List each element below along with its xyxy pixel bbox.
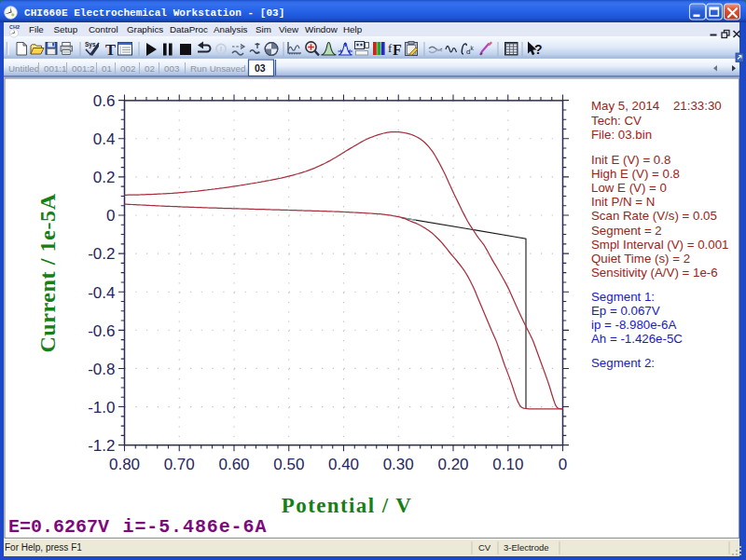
svg-text:Analysis: Analysis	[214, 24, 248, 34]
svg-text:03: 03	[255, 62, 266, 74]
svg-text:Smpl Interval (V) = 0.001: Smpl Interval (V) = 0.001	[591, 238, 728, 252]
svg-text:3-Electrode: 3-Electrode	[504, 542, 549, 553]
svg-text:Sensitivity (A/V) = 1e-6: Sensitivity (A/V) = 1e-6	[591, 266, 718, 280]
svg-text:0.4: 0.4	[93, 130, 116, 148]
svg-text:?: ?	[534, 42, 543, 57]
svg-text:-1.0: -1.0	[88, 399, 115, 417]
svg-text:-0.6: -0.6	[88, 322, 115, 340]
svg-text:Sys: Sys	[85, 41, 96, 48]
svg-text:T: T	[105, 41, 116, 59]
svg-text:0: 0	[559, 456, 567, 473]
svg-text:-0.2: -0.2	[88, 245, 115, 263]
svg-text:Graphics: Graphics	[127, 24, 163, 34]
svg-text:Untitled: Untitled	[8, 63, 39, 74]
svg-text:Run Unsaved: Run Unsaved	[190, 63, 245, 74]
svg-text:-0.8: -0.8	[88, 361, 115, 378]
svg-text:DataProc: DataProc	[170, 24, 208, 34]
svg-text:001:2: 001:2	[72, 63, 95, 74]
svg-text:May 5, 2014 21:33:30: May 5, 2014 21:33:30	[591, 99, 722, 113]
svg-text:0.20: 0.20	[437, 456, 468, 473]
svg-text:Window: Window	[305, 24, 338, 34]
svg-text:F: F	[393, 42, 402, 58]
svg-text:Init E (V) = 0.8: Init E (V) = 0.8	[591, 153, 670, 167]
svg-text:Low E (V) = 0: Low E (V) = 0	[591, 181, 667, 195]
svg-text:Help: Help	[343, 24, 363, 34]
svg-text:Segment 1:: Segment 1:	[591, 290, 655, 304]
svg-text:Ep = 0.067V: Ep = 0.067V	[591, 304, 660, 318]
svg-text:-1.2: -1.2	[88, 437, 115, 455]
svg-text:0.40: 0.40	[328, 456, 359, 473]
svg-text:0.80: 0.80	[109, 456, 140, 473]
svg-text:Control: Control	[89, 24, 118, 34]
svg-text:Segment = 2: Segment = 2	[591, 224, 662, 238]
svg-text:0: 0	[106, 207, 115, 225]
svg-text:Sim: Sim	[256, 24, 271, 34]
svg-text:Tech: CV: Tech: CV	[591, 114, 642, 128]
svg-text:0.10: 0.10	[492, 456, 523, 473]
svg-text:0.2: 0.2	[93, 169, 116, 186]
svg-text:Quiet Time (s) = 2: Quiet Time (s) = 2	[591, 252, 690, 266]
svg-text:Potential / V: Potential / V	[282, 494, 412, 517]
svg-text:002: 002	[120, 63, 135, 74]
svg-text:Ah = -1.426e-5C: Ah = -1.426e-5C	[591, 332, 683, 346]
svg-text:-0.4: -0.4	[88, 284, 115, 302]
svg-text:CHI660E Electrochemical Workst: CHI660E Electrochemical Workstation - [0…	[24, 7, 284, 19]
svg-text:For Help, press F1: For Help, press F1	[5, 542, 82, 553]
svg-text:CV: CV	[478, 542, 491, 553]
svg-text:High E (V) = 0.8: High E (V) = 0.8	[591, 167, 680, 181]
svg-text:ip = -8.980e-6A: ip = -8.980e-6A	[591, 318, 676, 332]
svg-text:File: File	[29, 24, 44, 34]
svg-text:02: 02	[145, 63, 155, 74]
svg-text:003: 003	[164, 63, 180, 74]
svg-text:Segment 2:: Segment 2:	[591, 356, 655, 370]
svg-text:Setup: Setup	[54, 24, 78, 34]
svg-text:01: 01	[102, 63, 112, 74]
svg-text:i=-5.486e-6A: i=-5.486e-6A	[123, 516, 268, 538]
svg-text:0.30: 0.30	[383, 456, 414, 473]
svg-text:0.50: 0.50	[273, 456, 304, 473]
svg-text:0.6: 0.6	[93, 92, 116, 110]
svg-text:Scan Rate (V/s) = 0.05: Scan Rate (V/s) = 0.05	[591, 209, 717, 223]
svg-text:0.70: 0.70	[164, 456, 195, 473]
svg-text:Current / 1e-5A: Current / 1e-5A	[35, 193, 60, 352]
svg-text:Init P/N = N: Init P/N = N	[591, 195, 655, 209]
svg-text:0.60: 0.60	[218, 456, 249, 473]
svg-text:View: View	[279, 24, 299, 34]
svg-text:001:1: 001:1	[44, 63, 67, 74]
svg-text:E=0.6267V: E=0.6267V	[8, 516, 109, 538]
svg-text:File: 03.bin: File: 03.bin	[591, 128, 652, 142]
